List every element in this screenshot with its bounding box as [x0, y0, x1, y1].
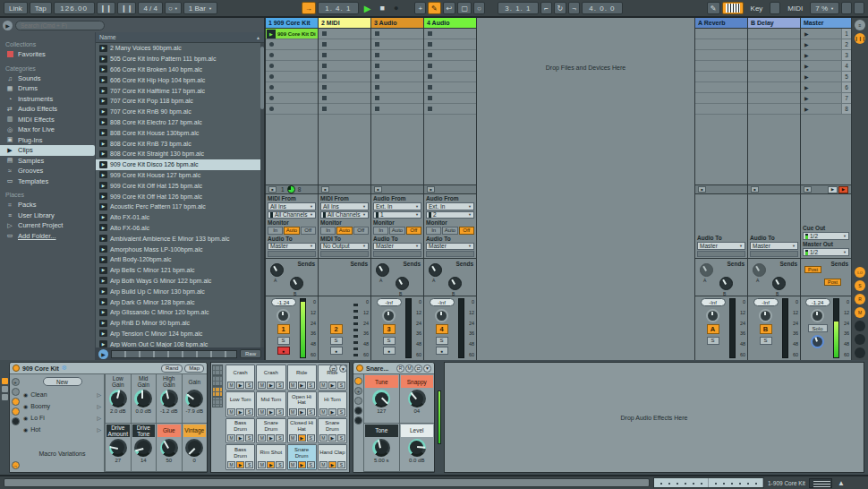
clip-stop-button[interactable]: ■ [321, 186, 329, 193]
variation-row[interactable]: ◉Clean▷ [23, 389, 101, 400]
clip-stop-button[interactable]: ■ [751, 186, 759, 193]
pad-solo-button[interactable]: S [307, 434, 315, 442]
groove-amount-chooser[interactable]: ○▼ [165, 2, 182, 14]
clip-slot[interactable] [266, 72, 318, 82]
send-b-knob[interactable] [396, 277, 409, 290]
variation-row[interactable]: ◉Lo Fi▷ [23, 412, 101, 424]
scene-launch-button[interactable]: ▶ [804, 30, 809, 37]
scene-launch-button[interactable]: ▶ [804, 63, 809, 69]
pad-bank-2[interactable] [213, 376, 222, 385]
sidebar-item-samples[interactable]: ▤Samples [5, 156, 95, 167]
pan-knob[interactable] [382, 309, 396, 322]
drum-pad[interactable]: Snare DrumM▶S [287, 444, 317, 470]
chain-toggle[interactable] [354, 407, 362, 415]
pad-mute-button[interactable]: M [319, 408, 328, 416]
master-volume-display[interactable]: -1.24 [805, 298, 830, 306]
stop-button[interactable]: ■ [377, 2, 388, 14]
drum-pad[interactable]: Snare DrumM▶S [256, 418, 285, 444]
pad-mute-button[interactable]: M [258, 461, 266, 468]
scene-slot[interactable]: ▶1 [801, 29, 851, 39]
snare-title-bar[interactable]: Snare... R M ⇄ ▼ [353, 363, 434, 374]
macro-knob[interactable] [160, 439, 178, 457]
drum-pad[interactable]: Bass DrumM▶S [226, 418, 255, 444]
sidebar-item-sounds[interactable]: ♫Sounds [5, 73, 95, 84]
drum-pad[interactable]: RideM▶S [287, 365, 317, 390]
show-variations-toggle[interactable]: + [354, 387, 362, 395]
volume-display[interactable]: -Inf [377, 298, 402, 306]
capture-midi-button[interactable]: ▢ [457, 2, 472, 14]
file-list-item[interactable]: ▶Arp Build Up C Minor 130 bpm.alc [96, 286, 264, 296]
clip-slot[interactable] [424, 50, 476, 61]
variation-row[interactable]: ◉Boomy▷ [23, 400, 101, 412]
master-pan-knob[interactable] [811, 309, 824, 322]
pad-mute-button[interactable]: M [258, 408, 266, 416]
file-list-item[interactable]: ▶Arp Worn Out C Major 108 bpm.alc [96, 339, 264, 347]
macro-value[interactable]: 14 [140, 458, 147, 463]
file-list-item[interactable]: ▶Acoustic Perc Pattern 117 bpm.alc [96, 202, 264, 212]
arm-button[interactable]: ● [330, 347, 343, 355]
pad-solo-button[interactable]: S [245, 434, 253, 442]
macro-knob[interactable] [160, 390, 178, 408]
output-chooser[interactable]: No Output▼ [320, 243, 369, 251]
clip-stop-button[interactable]: ■ [268, 186, 277, 193]
file-list-item[interactable]: ▶Arp RnB D Minor 90 bpm.alc [96, 318, 264, 329]
pad-play-button[interactable]: ▶ [236, 382, 244, 389]
clip-slot[interactable] [266, 104, 318, 115]
clip-slot[interactable] [371, 61, 423, 72]
macro-value[interactable]: -1.2 dB [160, 408, 177, 414]
rand-button[interactable]: Rand [161, 365, 183, 373]
pad-mute-button[interactable]: M [319, 434, 328, 442]
clip-slot[interactable] [319, 29, 370, 39]
file-list-item[interactable]: ▶808 Core Kit House 130bpm.alc [96, 127, 264, 138]
mute-icon[interactable]: M [405, 365, 413, 373]
clip-slot-playing[interactable]: ▶909 Core Kit Di [266, 29, 318, 39]
loop-button[interactable]: ↻ [554, 2, 567, 14]
file-list-item[interactable]: ▶808 Core Kit Straight 130 bpm.alc [96, 149, 264, 159]
monitor-off-button[interactable]: Off [459, 227, 474, 234]
pad-mute-button[interactable]: M [227, 408, 235, 416]
clip-slot[interactable] [319, 82, 370, 93]
search-input[interactable] [15, 21, 105, 30]
macro-value[interactable]: 2.0 dB [110, 408, 125, 414]
macro-controls-toggle[interactable] [12, 388, 20, 396]
file-list-item[interactable]: ▶Arp Both Ways G Minor 122 bpm.alc [96, 276, 264, 287]
volume-display[interactable]: -Inf [430, 298, 455, 306]
pad-mute-button[interactable]: M [258, 434, 266, 442]
clip-slot[interactable] [424, 61, 476, 72]
pad-mute-button[interactable]: M [319, 461, 328, 468]
cue-out-chooser[interactable]: 1/2▼ [803, 232, 849, 240]
clip-stop-button[interactable]: ■ [427, 186, 435, 193]
input-channel-chooser[interactable]: All Channels▼ [320, 211, 369, 219]
volume-display[interactable]: -1.24 [271, 298, 296, 306]
macro-value[interactable]: -7.9 dB [186, 408, 203, 414]
send-a-knob[interactable] [700, 263, 713, 277]
clip-slot[interactable] [371, 50, 423, 61]
back-to-arrangement-button[interactable]: ▶ [838, 186, 848, 193]
macro-value[interactable]: 127 [377, 408, 386, 414]
sidebar-item-instruments[interactable]: ◔Instruments [5, 94, 95, 105]
computer-midi-keyboard-button[interactable] [722, 2, 744, 14]
clip-stop-button[interactable]: ■ [374, 186, 382, 193]
input-channel-chooser[interactable]: 1▼ [373, 211, 421, 219]
punch-out-button[interactable]: ¬ [568, 2, 580, 14]
punch-in-position-field[interactable]: 3. 1. 1 [498, 2, 539, 14]
arm-button[interactable]: ● [436, 347, 448, 355]
browser-collapse-button[interactable]: ▶ [3, 21, 13, 30]
input-type-chooser[interactable]: All Ins▼ [268, 202, 316, 210]
file-list-item[interactable]: ▶Ambivalent Ambience E Minor 133 bpm.alc [96, 233, 264, 244]
master-solo-button[interactable]: Solo [808, 324, 828, 332]
pad-mute-button[interactable]: M [289, 382, 297, 389]
pad-mute-button[interactable]: M [227, 434, 235, 442]
file-list-item[interactable]: ▶909 Core Kit Off Hat 126 bpm.alc [96, 191, 264, 202]
clip-slot[interactable] [266, 50, 318, 61]
sidebar-item-templates[interactable]: ▭Templates [5, 176, 95, 187]
monitor-auto-button[interactable]: Auto [442, 227, 457, 234]
sidebar-item-user-library[interactable]: ≡User Library [5, 210, 95, 221]
input-type-chooser[interactable]: Ext. In▼ [426, 202, 474, 210]
rack-title-bar[interactable]: 909 Core Kit ❆ Rand Map [10, 363, 207, 374]
track-activator-button[interactable]: A [707, 324, 719, 334]
auto-select-toggle[interactable]: → [12, 461, 20, 469]
macro-knob[interactable] [372, 439, 390, 457]
re-enable-automation-button[interactable]: ↩ [443, 2, 456, 14]
pad-solo-button[interactable]: S [307, 408, 315, 416]
